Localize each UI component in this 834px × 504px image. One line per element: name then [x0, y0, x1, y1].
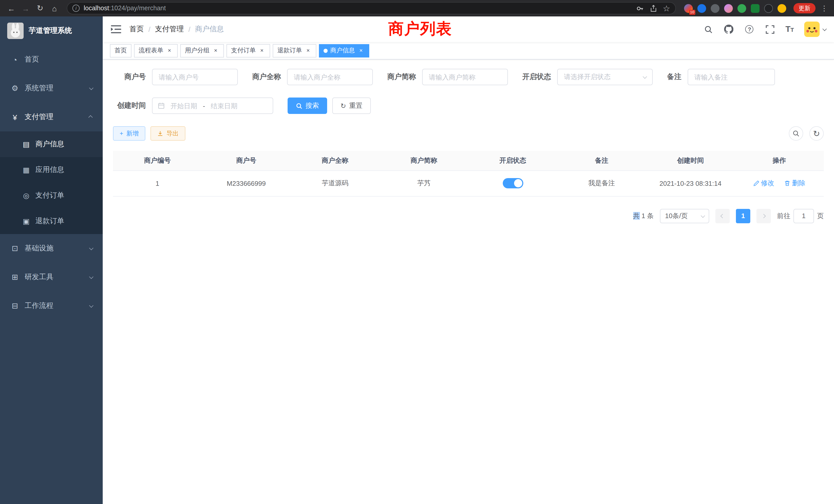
merchant-no-input[interactable]	[152, 69, 238, 85]
extension-green-circle-icon[interactable]	[738, 4, 746, 13]
add-button[interactable]: + 新增	[113, 126, 145, 141]
close-icon[interactable]: ×	[258, 47, 265, 54]
sidebar-item-pay-order[interactable]: ◎ 支付订单	[0, 183, 103, 208]
cell-short-name: 芋艿	[379, 170, 468, 196]
field-remark: 备注	[667, 69, 775, 85]
close-icon[interactable]: ×	[305, 47, 312, 54]
page-1-button[interactable]: 1	[736, 209, 750, 223]
delete-link[interactable]: 删除	[785, 179, 806, 188]
close-icon[interactable]: ×	[166, 47, 173, 54]
tab-pay-order[interactable]: 支付订单×	[226, 44, 270, 57]
address-bar[interactable]: i localhost:1024/pay/merchant ☆	[67, 2, 676, 14]
sidebar-item-merchant-info[interactable]: ▤ 商户信息	[0, 131, 103, 157]
header-search-icon[interactable]	[703, 24, 714, 35]
screen: ← → ↻ ⌂ i localhost:1024/pay/merchant ☆ …	[0, 0, 834, 504]
cell-create-time: 2021-10-23 08:31:14	[646, 170, 735, 196]
sidebar-item-refund-order[interactable]: ▣ 退款订单	[0, 208, 103, 234]
github-icon[interactable]	[724, 24, 734, 35]
password-key-icon[interactable]	[636, 4, 644, 12]
remark-input[interactable]	[688, 69, 775, 85]
bookmark-star-icon[interactable]: ☆	[663, 3, 670, 13]
refresh-table-icon[interactable]: ↻	[809, 126, 824, 141]
breadcrumb-payment[interactable]: 支付管理	[155, 25, 184, 34]
col-merchant-no: 商户号	[202, 151, 291, 170]
sidebar-item-system[interactable]: ⚙ 系统管理	[0, 74, 103, 102]
sidebar-item-workflow[interactable]: ⊟ 工作流程	[0, 292, 103, 320]
sidebar-toggle-icon[interactable]	[111, 25, 121, 34]
date-end-input[interactable]	[208, 102, 240, 110]
browser-back-icon[interactable]: ←	[5, 2, 18, 14]
site-info-icon[interactable]: i	[72, 5, 80, 12]
sidebar-item-label: 首页	[25, 55, 39, 64]
search-icon	[296, 102, 303, 109]
sidebar-item-home[interactable]: ◔ 首页	[0, 45, 103, 74]
status-select[interactable]: 请选择开启状态	[557, 69, 653, 85]
sidebar-logo[interactable]: 芋道管理系统	[0, 17, 103, 45]
extension-notebook-icon[interactable]	[751, 4, 760, 13]
col-short-name: 商户简称	[379, 151, 468, 170]
sidebar-item-app-info[interactable]: ▦ 应用信息	[0, 157, 103, 183]
next-page-button[interactable]	[756, 209, 771, 223]
field-merchant-no: 商户号	[113, 69, 238, 85]
short-name-input[interactable]	[422, 69, 508, 85]
chevron-up-icon	[88, 115, 93, 120]
prev-page-button[interactable]	[716, 209, 730, 223]
sidebar-item-dev-tools[interactable]: ⊞ 研发工具	[0, 263, 103, 292]
sidebar-item-label: 基础设施	[25, 244, 53, 253]
toggle-search-icon[interactable]	[789, 126, 803, 141]
extension-colorful-icon[interactable]: 10	[684, 4, 693, 13]
export-button[interactable]: 导出	[151, 126, 185, 141]
cell-status	[468, 170, 557, 196]
profile-avatar-icon[interactable]	[777, 4, 786, 13]
search-form-row-2: 创建时间 - 搜索	[113, 97, 824, 114]
browser-menu-icon[interactable]: ⋮	[820, 4, 829, 12]
chevron-down-icon	[89, 86, 93, 90]
share-icon[interactable]	[650, 4, 657, 12]
tab-process-form[interactable]: 流程表单×	[134, 44, 178, 57]
search-button[interactable]: 搜索	[288, 97, 327, 114]
extension-dark-icon[interactable]	[711, 4, 720, 13]
extension-knot-icon[interactable]	[764, 4, 773, 13]
browser-forward-icon[interactable]: →	[20, 2, 32, 14]
pagination: 共 1 条 10条/页 1 前往 页	[113, 209, 824, 223]
download-icon	[157, 130, 163, 137]
sidebar-item-label: 研发工具	[25, 273, 53, 282]
add-button-label: 新增	[126, 129, 139, 138]
browser-home-icon[interactable]: ⌂	[48, 2, 61, 14]
sidebar-item-payment[interactable]: ¥ 支付管理	[0, 102, 103, 131]
close-icon[interactable]: ×	[212, 47, 219, 54]
close-icon[interactable]: ×	[357, 47, 365, 54]
page-size-select[interactable]: 10条/页	[660, 209, 709, 223]
full-name-label: 商户全称	[252, 72, 281, 82]
goto-page-input[interactable]	[793, 209, 814, 223]
table-row: 1 M233666999 芋道源码 芋艿 我是备注 2021-10-23 08:…	[113, 170, 824, 196]
cell-merchant-id: 1	[113, 170, 202, 196]
date-start-input[interactable]	[168, 102, 200, 110]
chrome-update-button[interactable]: 更新	[793, 3, 815, 13]
app-title: 芋道管理系统	[29, 26, 72, 36]
status-toggle[interactable]	[503, 178, 523, 188]
url-text: localhost:1024/pay/merchant	[84, 5, 632, 12]
fullscreen-icon[interactable]	[765, 24, 775, 35]
chevron-down-icon	[89, 246, 93, 250]
field-status: 开启状态 请选择开启状态	[522, 69, 653, 85]
font-size-icon[interactable]: TT	[786, 25, 794, 34]
field-create-time: 创建时间 -	[113, 97, 273, 114]
edit-link[interactable]: 修改	[753, 179, 774, 188]
field-full-name: 商户全称	[252, 69, 373, 85]
sidebar-item-infrastructure[interactable]: ⊡ 基础设施	[0, 234, 103, 263]
tab-home[interactable]: 首页	[110, 44, 131, 57]
user-menu[interactable]	[804, 22, 826, 37]
extension-drop-icon[interactable]	[697, 4, 706, 13]
date-range-picker[interactable]: -	[152, 97, 273, 114]
navbar: 首页 / 支付管理 / 商户信息 ?	[103, 17, 834, 42]
breadcrumb-home[interactable]: 首页	[129, 25, 144, 34]
help-icon[interactable]: ?	[744, 24, 755, 35]
tab-merchant-info[interactable]: 商户信息×	[319, 44, 369, 57]
tab-user-group[interactable]: 用户分组×	[180, 44, 224, 57]
full-name-input[interactable]	[287, 69, 373, 85]
reset-button[interactable]: ↻ 重置	[332, 97, 371, 114]
extension-avatar-icon[interactable]	[724, 4, 733, 13]
tab-refund-order[interactable]: 退款订单×	[273, 44, 316, 57]
browser-reload-icon[interactable]: ↻	[34, 2, 46, 14]
